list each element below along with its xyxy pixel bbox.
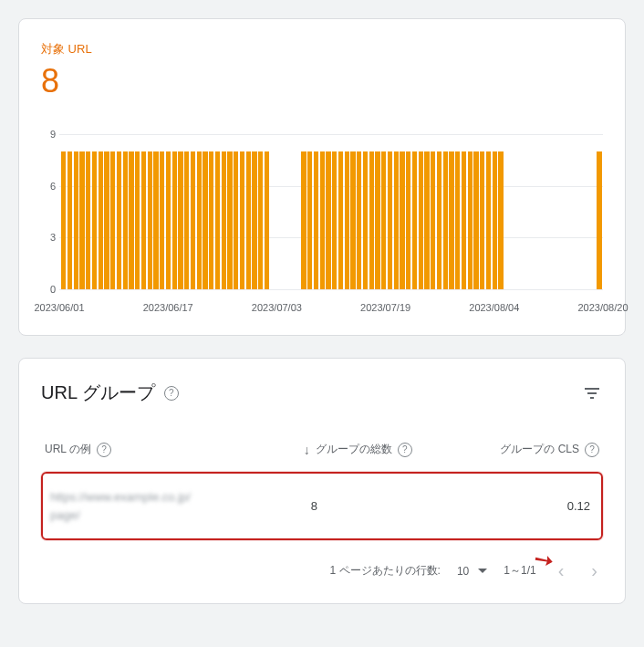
chart-bar (117, 151, 121, 289)
help-icon[interactable]: ? (585, 443, 599, 457)
chart-bar (92, 151, 97, 289)
x-tick: 2023/06/17 (143, 302, 193, 313)
bar-chart: 0369 2023/06/012023/06/172023/07/032023/… (41, 134, 603, 317)
chart-bar (74, 151, 78, 289)
rows-per-page-value: 10 (457, 565, 469, 578)
sort-desc-icon: ↓ (304, 443, 310, 457)
chart-bar (332, 151, 337, 289)
chart-bar (326, 151, 330, 289)
chart-bar (61, 151, 66, 289)
chart-bar (412, 151, 417, 289)
chart-bar (227, 151, 232, 289)
x-tick: 2023/08/04 (469, 302, 519, 313)
cell-cls: 0.12 (468, 499, 594, 513)
col-header-cls[interactable]: グループの CLS ? (470, 442, 599, 457)
chart-bar (388, 151, 392, 289)
col-header-url-label: URL の例 (45, 442, 91, 457)
chart-bar (462, 151, 466, 289)
section-header: URL グループ ? (41, 381, 603, 405)
chart-bar (486, 151, 491, 289)
pager: 1 ページあたりの行数: 10 1～1/1 ‹ › ➘ (41, 557, 603, 585)
table-header: URL の例 ? ↓ グループの総数 ? グループの CLS ? (41, 442, 603, 472)
y-tick: 0 (50, 284, 56, 295)
chart-bar (400, 151, 404, 289)
chart-bar (104, 151, 109, 289)
y-tick: 6 (50, 181, 56, 192)
chevron-down-icon (478, 569, 487, 573)
chart-bar (79, 151, 84, 289)
chart-bar (314, 151, 318, 289)
chart-bar (141, 151, 146, 289)
chart-bars (59, 134, 603, 289)
chart-bar (338, 151, 343, 289)
chart-bar (437, 151, 441, 289)
chart-bar (375, 151, 379, 289)
chart-bar (498, 151, 503, 289)
chart-bar (99, 151, 103, 289)
chart-bar (178, 151, 182, 289)
chart-bar (234, 151, 238, 289)
section-title: URL グループ (41, 381, 155, 405)
rows-per-page-select[interactable]: 10 (457, 565, 487, 578)
chart-bar (86, 151, 90, 289)
next-page-button[interactable]: › (586, 557, 603, 585)
help-icon[interactable]: ? (97, 443, 111, 457)
chart-bar (172, 151, 177, 289)
chart-bar (252, 151, 256, 289)
chart-bar (449, 151, 453, 289)
chart-bar (215, 151, 220, 289)
col-header-cls-label: グループの CLS (500, 442, 579, 457)
chart-bar (406, 151, 410, 289)
y-axis: 0369 (41, 134, 59, 289)
chart-bar (480, 151, 484, 289)
x-tick: 2023/08/20 (577, 302, 628, 313)
chart-bar (110, 151, 115, 289)
chart-bar (68, 151, 72, 289)
x-tick: 2023/06/01 (34, 302, 84, 313)
chart-bar (357, 151, 361, 289)
chart-bar (301, 151, 306, 289)
chart-bar (129, 151, 133, 289)
chart-bar (493, 151, 497, 289)
chart-bar (473, 151, 478, 289)
chart-bar (419, 151, 423, 289)
x-axis: 2023/06/012023/06/172023/07/032023/07/19… (59, 295, 603, 317)
y-tick: 9 (50, 129, 56, 140)
metric-label: 対象 URL (41, 41, 603, 57)
section-title-wrap: URL グループ ? (41, 381, 179, 405)
y-tick: 3 (50, 232, 56, 243)
chart-bar (209, 151, 213, 289)
col-header-count-label: グループの総数 (316, 442, 392, 457)
chart-bar (345, 151, 349, 289)
chart-bar (166, 151, 171, 289)
chart-bar (320, 151, 325, 289)
chart-bar (222, 151, 226, 289)
chart-bar (148, 151, 152, 289)
chart-bar (394, 151, 399, 289)
col-header-url[interactable]: URL の例 ? (45, 442, 304, 457)
help-icon[interactable]: ? (164, 386, 179, 401)
chart-bar (123, 151, 128, 289)
chart-bar (350, 151, 355, 289)
chart-bar (240, 151, 244, 289)
filter-icon[interactable] (581, 382, 603, 404)
table-row[interactable]: https://www.example.co.jp/ page/ 8 0.12 (41, 472, 603, 540)
prev-page-button[interactable]: ‹ (553, 557, 570, 585)
chart-bar (246, 151, 251, 289)
chart-bar (307, 151, 312, 289)
page-range: 1～1/1 (504, 563, 535, 579)
chart-bar (597, 151, 601, 289)
chart-bar (258, 151, 263, 289)
help-icon[interactable]: ? (398, 443, 412, 457)
url-example: https://www.example.co.jp/ page/ (50, 488, 191, 524)
x-tick: 2023/07/03 (252, 302, 302, 313)
x-tick: 2023/07/19 (360, 302, 410, 313)
chart-bar (363, 151, 368, 289)
chart-bar (265, 151, 269, 289)
cell-count: 8 (295, 499, 468, 513)
chart-bar (381, 151, 386, 289)
col-header-count[interactable]: ↓ グループの総数 ? (304, 442, 470, 457)
chart-bar (197, 151, 202, 289)
url-groups-card: URL グループ ? URL の例 ? ↓ グループの総数 ? グループの CL… (18, 358, 626, 604)
chart-bar (184, 151, 189, 289)
